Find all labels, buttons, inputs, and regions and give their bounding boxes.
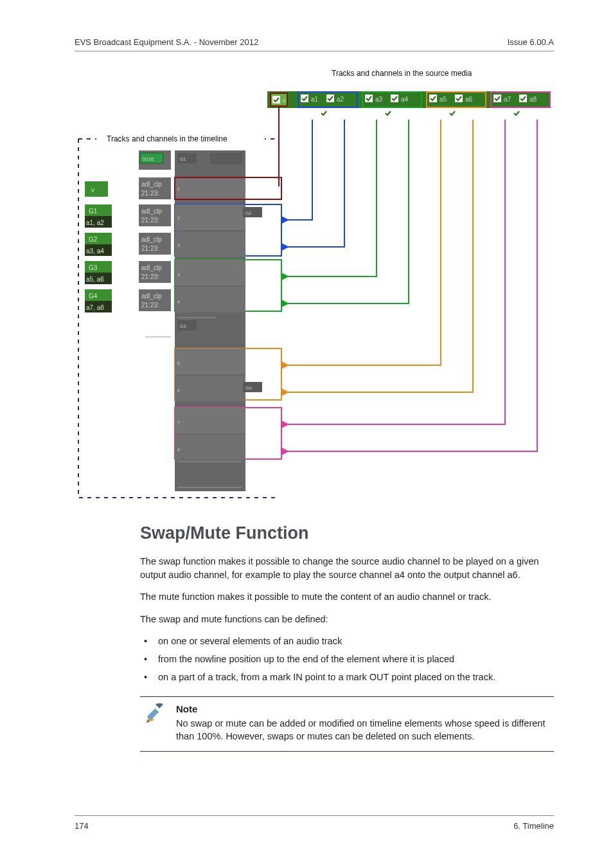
svg-rect-75 xyxy=(175,287,245,312)
svg-text:5: 5 xyxy=(177,361,180,366)
svg-text:G3: G3 xyxy=(89,264,98,271)
svg-text:a7: a7 xyxy=(504,96,511,103)
svg-rect-11 xyxy=(365,95,373,102)
svg-text:adl_clp: adl_clp xyxy=(141,181,162,188)
svg-text:G1: G1 xyxy=(180,157,186,161)
svg-text:a3, a4: a3, a4 xyxy=(86,248,104,255)
svg-text:21:23:: 21:23: xyxy=(141,217,159,224)
svg-marker-34 xyxy=(281,420,289,428)
svg-text:3: 3 xyxy=(177,273,180,277)
svg-marker-31 xyxy=(281,300,289,307)
paragraph-1: The swap function makes it possible to c… xyxy=(140,555,554,581)
footer-section: 6. Timeline xyxy=(513,821,554,831)
svg-text:a1, a2: a1, a2 xyxy=(86,219,104,226)
svg-rect-74 xyxy=(175,260,245,285)
arrowheads xyxy=(281,216,289,455)
footer-page-number: 174 xyxy=(75,821,89,831)
svg-text:6: 6 xyxy=(177,388,180,393)
svg-rect-2 xyxy=(272,96,280,104)
svg-rect-17 xyxy=(429,95,437,102)
svg-text:a6: a6 xyxy=(465,96,473,103)
svg-rect-21 xyxy=(449,109,456,117)
svg-rect-23 xyxy=(493,95,501,102)
svg-rect-86 xyxy=(175,348,245,374)
svg-text:adl_clp: adl_clp xyxy=(141,236,162,243)
timeline-panel: 00:00 G1 v adl_clp 21:23: 1 xyxy=(85,150,281,491)
svg-rect-13 xyxy=(391,95,398,102)
note-text: No swap or mute can be added or modified… xyxy=(176,717,554,743)
svg-marker-29 xyxy=(281,243,289,251)
note-callout: Note No swap or mute can be added or mod… xyxy=(140,696,554,752)
header-left: EVS Broadcast Equipment S.A. - November … xyxy=(75,37,258,47)
svg-text:a8: a8 xyxy=(529,96,537,103)
list-item: on a part of a track, from a mark IN poi… xyxy=(140,671,554,685)
svg-text:21:23:: 21:23: xyxy=(141,245,159,252)
svg-text:8: 8 xyxy=(177,448,180,452)
svg-text:a5, a6: a5, a6 xyxy=(86,276,104,283)
svg-text:1: 1 xyxy=(177,186,180,191)
svg-text:G2: G2 xyxy=(245,211,251,215)
page-header: EVS Broadcast Equipment S.A. - November … xyxy=(75,37,554,51)
svg-rect-25 xyxy=(519,95,527,102)
svg-text:3: 3 xyxy=(177,243,180,248)
channel-v: v xyxy=(271,93,287,106)
svg-text:v: v xyxy=(283,97,286,104)
svg-text:G2: G2 xyxy=(89,236,98,243)
caption-source: Tracks and channels in the source media xyxy=(332,69,472,78)
svg-rect-9 xyxy=(320,109,328,117)
svg-rect-112 xyxy=(155,703,163,709)
svg-text:21:23:: 21:23: xyxy=(141,273,159,280)
svg-text:21:23:: 21:23: xyxy=(141,190,159,197)
svg-rect-27 xyxy=(513,109,520,117)
svg-rect-49 xyxy=(175,177,245,199)
pencil-icon xyxy=(144,703,166,725)
svg-marker-28 xyxy=(281,216,289,224)
svg-marker-33 xyxy=(281,388,289,396)
svg-text:G4: G4 xyxy=(245,386,251,390)
svg-text:a4: a4 xyxy=(401,96,409,103)
svg-text:v: v xyxy=(91,186,94,194)
svg-marker-35 xyxy=(281,448,289,455)
svg-text:adl_clp: adl_clp xyxy=(141,208,162,215)
svg-rect-100 xyxy=(175,408,245,433)
svg-text:a7, a8: a7, a8 xyxy=(86,304,104,311)
paragraph-3: The swap and mute functions can be defin… xyxy=(140,613,554,626)
svg-rect-19 xyxy=(455,95,463,102)
svg-text:2: 2 xyxy=(177,216,180,221)
svg-text:G1: G1 xyxy=(89,208,98,215)
svg-rect-101 xyxy=(175,435,245,460)
section-heading: Swap/Mute Function xyxy=(140,523,554,543)
svg-text:a3: a3 xyxy=(375,96,383,103)
tracks-diagram: Tracks and channels in the source media … xyxy=(75,67,554,504)
svg-marker-32 xyxy=(281,361,289,369)
svg-rect-5 xyxy=(301,95,308,102)
svg-text:21:23:: 21:23: xyxy=(141,302,159,309)
svg-text:G4: G4 xyxy=(89,293,98,300)
paragraph-2: The mute function makes it possible to m… xyxy=(140,590,554,604)
svg-text:a2: a2 xyxy=(337,96,344,103)
svg-text:a5: a5 xyxy=(440,96,447,103)
svg-text:00:00: 00:00 xyxy=(143,157,154,161)
header-right: Issue 6.00.A xyxy=(508,37,554,47)
svg-text:adl_clp: adl_clp xyxy=(141,264,162,271)
svg-rect-61 xyxy=(175,231,245,257)
svg-text:7: 7 xyxy=(177,420,180,425)
connector-lines xyxy=(279,107,537,451)
note-title: Note xyxy=(176,703,554,714)
svg-marker-30 xyxy=(281,273,289,280)
bullet-list: on one or several elements of an audio t… xyxy=(140,635,554,684)
svg-text:4: 4 xyxy=(177,300,180,304)
svg-rect-15 xyxy=(384,109,392,117)
page-footer: 174 6. Timeline xyxy=(75,815,554,831)
svg-rect-7 xyxy=(326,95,334,102)
svg-text:G3: G3 xyxy=(180,324,186,329)
svg-rect-43 xyxy=(210,153,242,165)
svg-rect-44 xyxy=(85,181,108,197)
list-item: from the nowline position up to the end … xyxy=(140,653,554,667)
list-item: on one or several elements of an audio t… xyxy=(140,635,554,649)
source-channel-bar: v a1 a2 a3 a4 xyxy=(267,91,550,117)
svg-rect-60 xyxy=(175,204,245,230)
svg-rect-87 xyxy=(175,375,245,401)
svg-text:a1: a1 xyxy=(311,96,319,103)
caption-timeline: Tracks and channels in the timeline xyxy=(107,134,227,143)
